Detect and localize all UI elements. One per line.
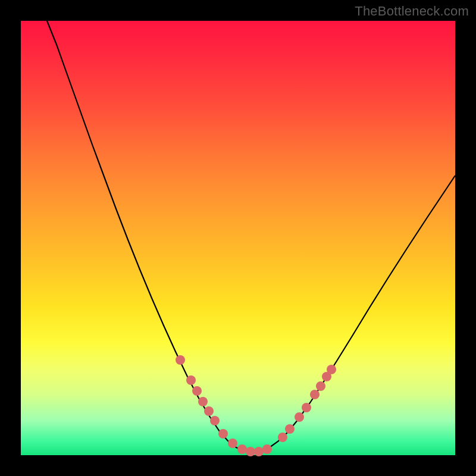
marker-dot xyxy=(218,429,228,439)
marker-dot xyxy=(186,375,196,385)
marker-dot xyxy=(327,365,336,374)
marker-dot xyxy=(204,406,214,416)
curve-svg xyxy=(21,21,455,455)
marker-dot xyxy=(246,447,255,456)
marker-dot xyxy=(285,424,295,434)
marker-dot xyxy=(228,439,237,448)
watermark-text: TheBottleneck.com xyxy=(355,4,469,19)
marker-dot xyxy=(210,416,220,425)
marker-dot xyxy=(254,447,264,456)
marker-dot xyxy=(237,444,247,454)
marker-dot xyxy=(316,381,325,391)
marker-dot xyxy=(302,403,311,412)
marker-dot xyxy=(310,390,320,399)
marker-dot xyxy=(176,355,185,365)
marker-dot xyxy=(192,386,202,396)
marker-dot xyxy=(262,444,272,454)
marker-dot xyxy=(198,397,208,406)
bottleneck-curve xyxy=(47,21,455,452)
data-markers xyxy=(176,355,336,456)
chart-frame: TheBottleneck.com xyxy=(0,0,476,476)
marker-dot xyxy=(278,433,287,442)
plot-area xyxy=(21,21,455,455)
marker-dot xyxy=(295,412,304,422)
